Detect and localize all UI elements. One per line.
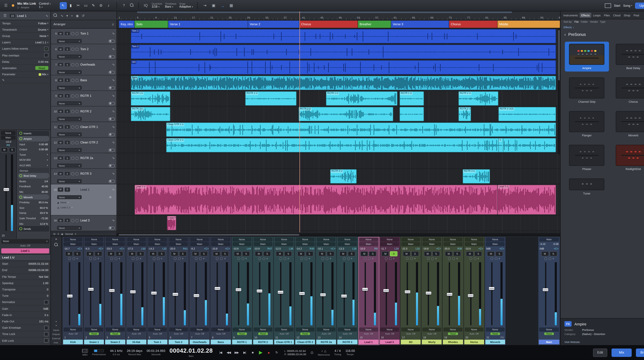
insert-slot[interactable]: None bbox=[380, 237, 399, 242]
insert-slot[interactable]: None bbox=[401, 237, 420, 242]
inspector-track-header[interactable]: ☰ 15 Lead 1 ∿ bbox=[0, 11, 50, 20]
output-slot[interactable]: Main bbox=[380, 242, 399, 246]
automation-mode[interactable]: Read bbox=[295, 332, 316, 335]
monitor-icon[interactable] bbox=[604, 3, 611, 8]
record-arm-button[interactable] bbox=[71, 125, 74, 129]
automation-mode[interactable]: Read bbox=[538, 332, 560, 335]
channel-name[interactable]: Tom 1 bbox=[148, 340, 167, 344]
mute-button[interactable]: M bbox=[487, 251, 495, 256]
browser-tab-effects[interactable]: Effects bbox=[580, 13, 591, 18]
solo-button[interactable]: S bbox=[94, 251, 102, 256]
output-slot[interactable]: Main bbox=[106, 242, 125, 246]
event-row-normalize[interactable]: Normalize bbox=[0, 299, 50, 306]
pan-value[interactable]: R9 bbox=[374, 247, 378, 250]
channel-name[interactable]: Main bbox=[539, 340, 560, 344]
audio-clip-rgtr-3-u[interactable]: RGTR 3 U bbox=[330, 169, 357, 184]
mixer-channel-b3[interactable]: NoneMain-22.5L32MSeNoneAuto: Off17B3 bbox=[400, 237, 422, 345]
record-arm-button[interactable] bbox=[385, 257, 388, 260]
audio-clip-rgtr-1-u[interactable]: RGTR 1 U bbox=[458, 91, 498, 106]
monitor-button[interactable] bbox=[75, 219, 78, 222]
event-row-file-tempo[interactable]: File TempoNot Set bbox=[0, 274, 50, 280]
event-row-value[interactable]: 00005.01.02.64 bbox=[28, 262, 48, 265]
timing-block[interactable]: 4 / 4 Timing bbox=[334, 349, 341, 356]
solo-button[interactable]: S bbox=[64, 218, 70, 223]
mute-button[interactable]: M bbox=[1, 147, 8, 152]
solo-button[interactable]: S bbox=[284, 251, 292, 256]
monitor-button[interactable] bbox=[262, 257, 265, 260]
mixer-channel-clean-gtr-2[interactable]: NoneMain-14.2R45MSeNoneRead12Clean GTR 2 bbox=[295, 237, 316, 345]
fader-track[interactable] bbox=[386, 262, 387, 325]
send-slot[interactable]: None bbox=[190, 327, 209, 332]
solo-button[interactable]: S bbox=[327, 251, 334, 256]
insert-slot[interactable]: None bbox=[84, 237, 104, 242]
monitor-button[interactable] bbox=[347, 257, 350, 260]
volume-value[interactable]: -10.0 bbox=[465, 247, 471, 250]
send-slot[interactable]: None bbox=[296, 327, 315, 332]
record-arm-button[interactable] bbox=[300, 257, 303, 260]
channel-param-beats[interactable]: Beats1/4 bbox=[18, 179, 49, 184]
channel-param-mixverb[interactable]: Mixverb bbox=[18, 194, 49, 200]
pan-value[interactable]: L24 bbox=[394, 247, 399, 250]
edit-channel-button[interactable]: e bbox=[456, 257, 458, 260]
sort-option-flat[interactable]: Flat bbox=[574, 21, 578, 23]
sort-option-folder[interactable]: Folder bbox=[581, 21, 588, 23]
track-name[interactable]: RGTR 3 bbox=[80, 172, 111, 176]
power-icon[interactable] bbox=[19, 132, 22, 135]
fader-track[interactable] bbox=[449, 262, 450, 325]
track-list-item-bass[interactable]: 8MSBass∿None▾ bbox=[51, 75, 116, 91]
param-value[interactable]: 12.8 % bbox=[40, 222, 48, 225]
solo-button[interactable]: S bbox=[64, 187, 70, 192]
audio-clip-oh[interactable]: OH bbox=[131, 60, 556, 75]
record-arm-button[interactable] bbox=[71, 188, 74, 191]
undo-icon[interactable]: ↺ bbox=[82, 14, 84, 18]
pan-value[interactable]: <C> bbox=[331, 247, 336, 250]
event-row-fade-in[interactable]: Fade-In0 s bbox=[0, 312, 50, 318]
edit-channel-button[interactable]: e bbox=[203, 257, 204, 260]
output-slot[interactable]: Main bbox=[169, 242, 188, 246]
audio-clip-clean-gtr-2-u[interactable]: Clean GTR 2 U bbox=[166, 138, 556, 152]
fader-track[interactable] bbox=[111, 262, 112, 325]
solo-button[interactable]: S bbox=[550, 251, 557, 256]
audio-clip-rgtr-2-u[interactable]: RGTR 2 U bbox=[131, 107, 170, 121]
record-arm-button[interactable] bbox=[216, 257, 219, 260]
record-arm-button[interactable] bbox=[490, 257, 493, 260]
monitor-button[interactable] bbox=[410, 257, 413, 260]
event-row-start[interactable]: Start00005.01.02.64 bbox=[0, 261, 50, 267]
monitor-button[interactable] bbox=[199, 257, 202, 260]
pan-value[interactable]: <C> bbox=[77, 247, 82, 250]
record-arm-button[interactable] bbox=[71, 110, 74, 113]
output-slot[interactable]: Main bbox=[486, 242, 505, 246]
song-menu-button[interactable]: Song▾ bbox=[623, 4, 632, 7]
solo-button[interactable]: S bbox=[137, 251, 144, 256]
pan-value[interactable]: L50 bbox=[141, 247, 146, 250]
audio-clip-rgtr-1-u[interactable]: RGTR 1 U bbox=[245, 91, 296, 106]
automation-mode[interactable]: Auto: Off bbox=[358, 332, 379, 335]
fader-track[interactable] bbox=[301, 262, 302, 325]
loop-range[interactable] bbox=[137, 11, 512, 13]
arranger-section-solo[interactable]: Solo bbox=[134, 21, 168, 28]
mixer-channel-snare-1[interactable]: NoneMain-6.3<C>MSeNoneRead2Snare 1 bbox=[84, 237, 105, 345]
output-slot[interactable]: Main bbox=[274, 242, 294, 246]
solo-button[interactable]: S bbox=[64, 156, 70, 160]
mute-button[interactable]: M bbox=[445, 251, 452, 256]
edit-channel-button[interactable]: e bbox=[435, 257, 437, 260]
mixer-channel-rgtr-2a[interactable]: NoneMain-10.1<C>MSeNoneAuto: Off13RGTR 2… bbox=[316, 237, 337, 345]
channel-name[interactable]: Bass bbox=[211, 340, 231, 344]
inspector-row-layers[interactable]: LayersLead 1.1▾ bbox=[0, 40, 50, 46]
track-list-item-overheads[interactable]: 7MSOverheads∿None▾ bbox=[51, 60, 116, 75]
inspector-row-layers-follow-events[interactable]: Layers follow events✓ bbox=[0, 46, 50, 52]
fader-handle[interactable] bbox=[447, 293, 452, 296]
pan-value[interactable]: R47 bbox=[268, 247, 272, 250]
audio-clip-bass[interactable]: Bass bbox=[131, 76, 556, 90]
mute-button[interactable]: M bbox=[318, 251, 326, 256]
browser-item-beat-delay[interactable]: Beat Delay bbox=[611, 42, 644, 72]
fader-track[interactable] bbox=[407, 262, 408, 325]
target-icon[interactable]: ◉ bbox=[76, 14, 79, 18]
send-slot[interactable]: None bbox=[338, 327, 357, 332]
solo-button[interactable]: S bbox=[64, 171, 70, 176]
edit-channel-button[interactable]: e bbox=[98, 257, 99, 260]
grid-icon[interactable]: ▦ bbox=[228, 3, 234, 9]
power-icon[interactable] bbox=[19, 137, 22, 140]
monitor-button[interactable] bbox=[115, 257, 118, 260]
eraser-tool[interactable]: ▭ bbox=[82, 2, 90, 9]
